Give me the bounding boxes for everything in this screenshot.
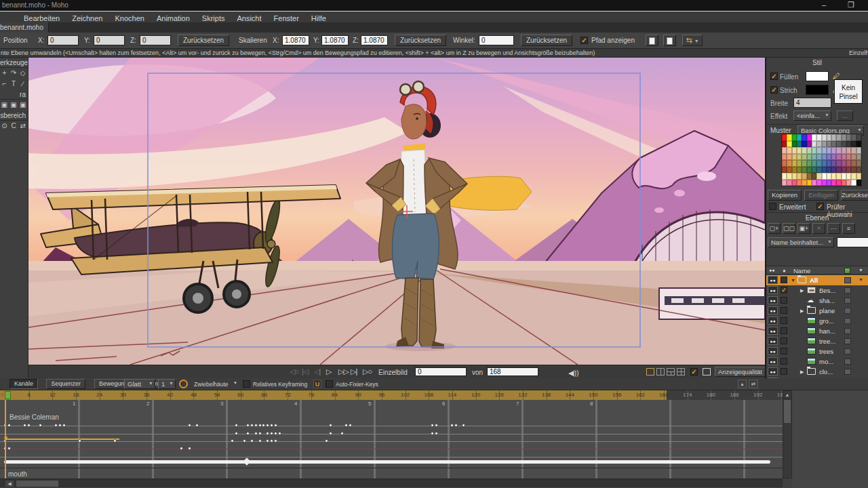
palette-swatch[interactable] (792, 147, 797, 154)
play-button[interactable]: ▷ (326, 367, 331, 376)
audio-mute-icon[interactable]: ◀)) (568, 369, 579, 378)
keyframe-dot[interactable] (246, 424, 250, 427)
copy-frame-button[interactable] (646, 35, 658, 46)
layer-color-chip[interactable] (844, 287, 851, 293)
palette-swatch[interactable] (831, 154, 836, 161)
layer-checkbox[interactable] (781, 327, 787, 334)
palette-swatch[interactable] (827, 134, 831, 141)
keyframe-dot[interactable] (325, 439, 328, 443)
keyframe-dot[interactable] (344, 424, 348, 427)
timeline-vertical-scrollbar[interactable]: ▲ (783, 390, 792, 479)
palette-swatch[interactable] (822, 147, 827, 154)
position-y-input[interactable] (94, 35, 125, 45)
show-path-checkbox[interactable]: ✓ (580, 37, 588, 44)
draw-tool-icon[interactable]: ↷ (9, 68, 18, 78)
view-split4-icon[interactable] (677, 368, 685, 375)
palette-swatch[interactable] (812, 134, 816, 141)
palette-swatch[interactable] (856, 173, 861, 180)
keyframe-dot[interactable] (254, 424, 258, 427)
minimize-button[interactable]: – (814, 1, 834, 9)
palette-swatch[interactable] (842, 141, 846, 148)
current-frame-input[interactable] (415, 367, 467, 376)
palette-swatch[interactable] (816, 147, 821, 154)
layer-row-gro[interactable]: ●●gro... (766, 316, 868, 326)
keyframe-dot[interactable] (329, 432, 332, 435)
menu-bearbeiten[interactable]: Bearbeiten (18, 14, 66, 23)
reset-scale-button[interactable]: Zurücksetzen (395, 35, 446, 46)
safe-frame-icon[interactable] (703, 368, 711, 375)
palette-swatch[interactable] (807, 147, 812, 154)
palette-swatch[interactable] (812, 160, 816, 167)
palette-swatch[interactable] (856, 147, 861, 154)
palette-swatch[interactable] (846, 147, 851, 154)
layer-row-plane[interactable]: ●●▶plane (766, 306, 868, 316)
color-palette[interactable] (781, 134, 862, 186)
view-single-icon[interactable] (646, 368, 654, 375)
menu-knochen[interactable]: Knochen (108, 14, 150, 23)
palette-swatch[interactable] (831, 167, 836, 174)
keyframe-dot[interactable] (258, 432, 262, 435)
fill-checkbox[interactable]: ✓ (770, 73, 778, 80)
onion-skin-icon[interactable] (179, 380, 188, 388)
palette-swatch[interactable] (846, 167, 851, 174)
layer-row-sha[interactable]: ●●☁sha... (766, 296, 868, 306)
palette-swatch[interactable] (836, 180, 841, 186)
palette-swatch[interactable] (816, 167, 821, 174)
stroke-checkbox[interactable]: ✓ (770, 86, 778, 94)
palette-swatch[interactable] (816, 141, 821, 148)
maximize-button[interactable]: ❒ (841, 1, 861, 9)
shield-icon[interactable]: U (313, 380, 321, 388)
palette-swatch[interactable] (842, 160, 846, 167)
layer-checkbox[interactable] (781, 368, 787, 375)
layer-checkbox[interactable] (781, 317, 787, 324)
keyframe-dot[interactable] (78, 439, 81, 443)
keyframe-dot[interactable] (435, 424, 438, 427)
palette-swatch[interactable] (787, 154, 791, 161)
keyframe-dot[interactable] (262, 424, 265, 427)
step-forward-button[interactable]: ▷| (351, 367, 357, 376)
menu-fenster[interactable]: Fenster (268, 14, 305, 23)
palette-swatch[interactable] (792, 141, 797, 148)
palette-swatch[interactable] (846, 154, 851, 161)
palette-swatch[interactable] (831, 147, 836, 154)
view-split2-icon[interactable] (656, 368, 665, 375)
keyframe-dot[interactable] (188, 447, 191, 450)
layer-checkbox[interactable] (781, 338, 787, 344)
palette-swatch[interactable] (842, 173, 846, 180)
keyframe-dot[interactable] (270, 424, 273, 427)
palette-swatch[interactable] (812, 147, 816, 154)
delete-layer-button[interactable]: ✕ (812, 223, 825, 234)
interpolation-dropdown[interactable]: Glatt (124, 379, 155, 389)
layer-row-tree[interactable]: ●●tree... (766, 336, 868, 346)
keyframe-dot[interactable] (58, 424, 62, 427)
palette-swatch[interactable] (807, 173, 812, 180)
palette-swatch[interactable] (856, 154, 861, 161)
style-copy-button[interactable]: Kopieren (768, 190, 802, 201)
palette-swatch[interactable] (816, 160, 821, 167)
layer-color-chip[interactable] (844, 338, 851, 344)
layer-row-clo[interactable]: ●●▶clo... (766, 367, 868, 377)
draw-tool-icon[interactable]: + (0, 68, 9, 78)
layer-row-mo[interactable]: ●●mo... (766, 357, 868, 367)
layer-expand-icon[interactable]: ▼ (791, 278, 795, 283)
layer-visibility-icon[interactable]: ●● (768, 317, 778, 325)
timeline-scale-up-icon[interactable]: ▲ (738, 380, 747, 388)
stroke-color-swatch[interactable] (806, 85, 829, 95)
timeline-tab-kanäle[interactable]: Kanäle (9, 379, 38, 389)
palette-swatch[interactable] (822, 173, 827, 180)
palette-swatch[interactable] (787, 173, 791, 180)
palette-swatch[interactable] (812, 154, 816, 161)
layer-row-han[interactable]: ●●han... (766, 326, 868, 336)
keyframe-dot[interactable] (274, 424, 277, 427)
keyframe-dot[interactable] (270, 432, 273, 435)
layer-menu-icon[interactable]: ▼ (859, 268, 863, 272)
layer-visibility-icon[interactable]: ●● (768, 367, 778, 375)
workspace-tool-icon[interactable]: C (9, 121, 18, 131)
layer-row-Bes[interactable]: ●●✓▶Bes... (766, 285, 868, 296)
palette-swatch[interactable] (842, 154, 846, 161)
palette-swatch[interactable] (812, 180, 816, 186)
palette-swatch[interactable] (842, 167, 846, 174)
layer-visibility-icon[interactable]: ●● (768, 327, 778, 335)
keyframe-dot[interactable] (435, 432, 438, 435)
layer-visibility-icon[interactable]: ●● (768, 296, 778, 304)
